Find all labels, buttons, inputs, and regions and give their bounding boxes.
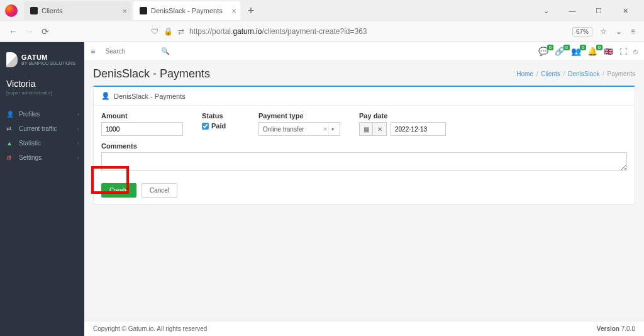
- sidebar-item-label: Statistic: [19, 140, 41, 147]
- address-bar[interactable]: 🛡 🔒 ⇄ https://portal.gatum.io/clients/pa…: [57, 27, 565, 36]
- sidebar-item-label: Profiles: [19, 111, 40, 118]
- close-icon[interactable]: ×: [122, 6, 127, 16]
- hamburger-icon[interactable]: ≡: [91, 47, 96, 56]
- browser-tab-payments[interactable]: DenisSlack - Payments ×: [133, 1, 240, 20]
- paid-label: Paid: [211, 122, 226, 130]
- calendar-button[interactable]: ▦: [359, 122, 373, 136]
- chevron-left-icon: ‹: [77, 111, 79, 118]
- search-icon[interactable]: 🔍: [158, 47, 172, 55]
- lock-icon: 🔒: [164, 27, 173, 36]
- gear-icon: ⚙: [6, 154, 15, 161]
- comments-textarea[interactable]: [101, 152, 627, 171]
- breadcrumb: Home / Clients / DenisSlack / Payments: [516, 70, 635, 77]
- maximize-icon[interactable]: ☐: [590, 7, 608, 15]
- flag-icon[interactable]: 🇬🇧: [604, 47, 613, 56]
- payment-type-value: Online transfer: [263, 126, 304, 133]
- payment-type-select[interactable]: Online transfer × ▾: [258, 122, 340, 136]
- breadcrumb-current: Payments: [608, 70, 635, 77]
- back-button[interactable]: ←: [9, 26, 18, 36]
- pay-date-label: Pay date: [359, 112, 446, 120]
- footer-copyright: Copyright © Gatum.io. All rights reserve…: [93, 325, 207, 332]
- clear-date-button[interactable]: ✕: [373, 122, 387, 136]
- chevron-down-icon[interactable]: ⌄: [537, 7, 555, 15]
- sidebar-item-label: Settings: [19, 154, 42, 161]
- pocket-icon[interactable]: ⌄: [616, 27, 622, 36]
- sidebar-item-statistic[interactable]: ▲ Statistic ‹: [0, 136, 84, 150]
- footer-version: Version 7.0.0: [597, 325, 635, 332]
- sidebar-item-settings[interactable]: ⚙ Settings ‹: [0, 150, 84, 165]
- close-window-icon[interactable]: ✕: [616, 7, 634, 15]
- card-title: DenisSlack - Payments: [114, 92, 186, 100]
- permissions-icon: ⇄: [178, 27, 184, 36]
- chevron-left-icon: ‹: [77, 140, 79, 147]
- notif-users[interactable]: 👥0: [571, 47, 581, 56]
- forward-button: →: [25, 26, 34, 36]
- cancel-button[interactable]: Cancel: [142, 183, 177, 198]
- tab-title: Clients: [42, 7, 63, 14]
- close-icon: ✕: [377, 126, 382, 133]
- shield-icon: 🛡: [151, 27, 158, 36]
- comments-label: Comments: [101, 142, 627, 150]
- fullscreen-icon[interactable]: ⛶: [619, 47, 627, 56]
- tab-title: DenisSlack - Payments: [151, 7, 223, 14]
- url-text: https://portal.gatum.io/clients/payment-…: [189, 27, 367, 36]
- brand-subtitle: BY SEMPICO SOLUTIONS: [21, 61, 75, 66]
- sidebar-item-profiles[interactable]: 👤 Profiles ‹: [0, 107, 84, 121]
- new-tab-button[interactable]: +: [243, 3, 259, 19]
- chevron-down-icon: ▾: [328, 123, 336, 135]
- user-name: Victoria: [0, 74, 84, 90]
- search-input[interactable]: [102, 45, 158, 57]
- traffic-icon: ⇄: [6, 125, 15, 132]
- payment-type-label: Payment type: [258, 112, 347, 120]
- minimize-icon[interactable]: ―: [564, 7, 581, 15]
- brand-logo-icon: [6, 52, 18, 67]
- chevron-left-icon: ‹: [77, 126, 79, 132]
- brand: GATUM BY SEMPICO SOLUTIONS: [0, 48, 84, 74]
- browser-tab-clients[interactable]: Clients ×: [24, 1, 131, 20]
- create-button[interactable]: Create: [101, 183, 136, 198]
- notif-share[interactable]: 🔗0: [555, 47, 565, 56]
- sidebar-item-label: Current traffic: [19, 125, 57, 132]
- bookmark-icon[interactable]: ☆: [600, 27, 607, 36]
- notif-message[interactable]: 💬0: [538, 47, 548, 56]
- user-role: [super administrator]: [0, 90, 84, 103]
- sidebar-item-current-traffic[interactable]: ⇄ Current traffic ‹: [0, 121, 84, 136]
- chevron-left-icon: ‹: [77, 155, 79, 161]
- notif-alert[interactable]: 🔔0: [587, 47, 597, 56]
- chart-icon: ▲: [6, 140, 15, 147]
- breadcrumb-client[interactable]: DenisSlack: [568, 70, 599, 77]
- user-icon: 👤: [101, 92, 110, 100]
- paid-checkbox[interactable]: [202, 123, 209, 130]
- amount-input[interactable]: [101, 122, 183, 136]
- amount-label: Amount: [101, 112, 189, 120]
- tab-favicon: [140, 7, 147, 14]
- firefox-logo: [5, 4, 18, 17]
- zoom-badge[interactable]: 67%: [572, 27, 592, 36]
- brand-title: GATUM: [21, 53, 75, 61]
- page-title: DenisSlack - Payments: [93, 67, 210, 81]
- logout-icon[interactable]: ⎋: [633, 47, 638, 56]
- user-icon: 👤: [6, 111, 15, 118]
- close-icon[interactable]: ×: [231, 6, 236, 16]
- pay-date-input[interactable]: [391, 122, 446, 136]
- tab-favicon: [30, 7, 38, 14]
- calendar-icon: ▦: [364, 126, 369, 133]
- status-label: Status: [202, 112, 246, 120]
- reload-button[interactable]: ⟳: [42, 26, 49, 36]
- breadcrumb-home[interactable]: Home: [516, 70, 533, 77]
- card-header: 👤 DenisSlack - Payments: [94, 87, 635, 106]
- clear-icon[interactable]: ×: [323, 126, 327, 133]
- breadcrumb-clients[interactable]: Clients: [541, 70, 560, 77]
- app-menu-icon[interactable]: ≡: [631, 27, 635, 36]
